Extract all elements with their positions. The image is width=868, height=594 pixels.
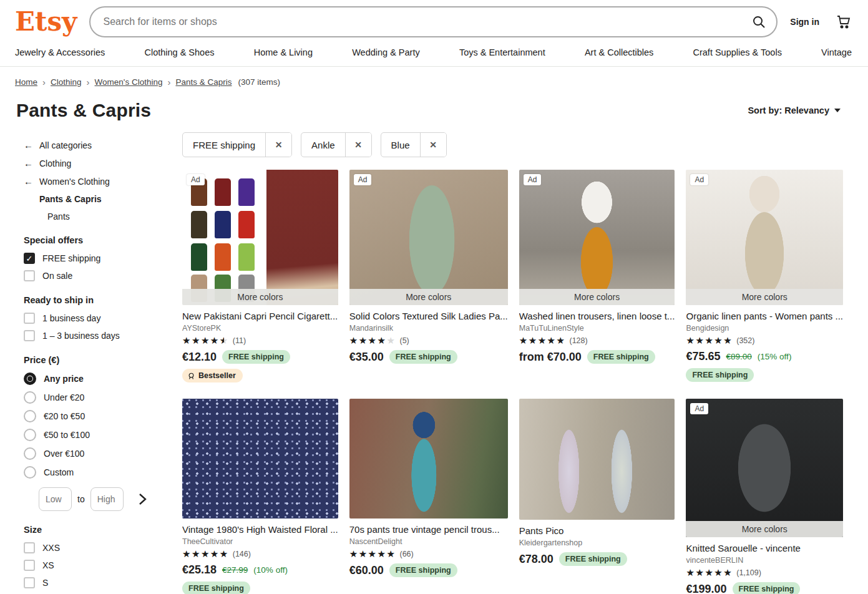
sidebar-item-womens-clothing[interactable]: ← Women's Clothing [24,176,176,187]
product-card[interactable]: Ad More colors Knitted Sarouelle - vince… [686,399,843,594]
product-shop[interactable]: Mandarinsilk [349,324,508,333]
size-xs[interactable]: XS [24,560,176,571]
product-image[interactable] [349,399,508,519]
breadcrumb-home[interactable]: Home [15,77,37,87]
remove-filter-button[interactable]: ✕ [420,133,446,157]
checkbox-icon[interactable] [24,330,35,341]
radio-icon[interactable] [24,410,36,422]
arrow-left-icon: ← [24,176,33,187]
nav-item-toys[interactable]: Toys & Entertainment [459,47,545,57]
product-image[interactable]: Ad More colors [519,170,675,305]
product-card[interactable]: Ad More colors Organic linen pants - Wom… [686,170,843,382]
filter-free-shipping[interactable]: ✓ FREE shipping [24,253,176,264]
checkbox-icon[interactable] [24,560,35,571]
search-button[interactable] [746,9,771,34]
nav-item-clothing-shoes[interactable]: Clothing & Shoes [144,47,214,57]
checkbox-icon[interactable] [24,542,35,553]
checkbox-icon[interactable] [24,577,35,588]
size-s[interactable]: S [24,577,176,588]
product-title[interactable]: Organic linen pants - Women pants ... [686,311,843,321]
product-image[interactable]: Ad More colors [686,399,843,537]
price-custom[interactable]: Custom [24,466,176,479]
checkbox-icon[interactable] [24,270,35,281]
price-20-50[interactable]: €20 to €50 [24,410,176,422]
product-image[interactable] [182,399,338,519]
review-count: (66) [399,550,413,558]
more-colors-banner[interactable]: More colors [519,289,675,305]
nav-item-art[interactable]: Art & Collectibles [585,47,653,57]
product-card[interactable]: Pants Pico Kleidergartenshop €78.00 FREE… [519,399,675,566]
filter-1-business-day[interactable]: 1 business day [24,313,176,324]
more-colors-banner[interactable]: More colors [686,521,843,537]
search-input[interactable] [103,16,746,27]
product-card[interactable]: Ad More colors Washed linen trousers, li… [519,170,675,364]
cart-button[interactable] [836,14,852,30]
etsy-logo[interactable]: Etsy [15,9,77,35]
photo-detail [266,170,338,305]
breadcrumb-womens-clothing[interactable]: Women's Clothing [95,77,163,87]
nav-item-craft-supplies[interactable]: Craft Supplies & Tools [693,47,782,57]
checkbox-icon[interactable] [24,313,35,324]
sidebar-item-all-categories[interactable]: ← All categories [24,140,176,150]
product-image[interactable]: Ad More colors [349,170,508,305]
product-image[interactable]: Ad More colors [182,170,338,305]
price-under-20[interactable]: Under €20 [24,391,176,404]
product-card[interactable]: Vintage 1980's High Waisted Floral ... T… [182,399,338,594]
remove-filter-button[interactable]: ✕ [345,133,371,157]
product-card[interactable]: Ad More colors Solid Colors Textured Sil… [349,170,508,364]
breadcrumb-pants-capris[interactable]: Pants & Capris [175,77,232,87]
product-title[interactable]: Pants Pico [519,525,675,536]
review-count: (128) [570,336,588,345]
sort-dropdown[interactable]: Sort by: Relevancy [748,105,841,115]
price-high-input[interactable] [90,487,124,511]
product-title[interactable]: Knitted Sarouelle - vincente [686,543,843,553]
nav-item-wedding-party[interactable]: Wedding & Party [352,47,420,57]
free-shipping-badge: FREE shipping [389,563,457,577]
price-50-100[interactable]: €50 to €100 [24,429,176,441]
breadcrumb-clothing[interactable]: Clothing [51,77,82,87]
more-colors-banner[interactable]: More colors [349,289,508,305]
radio-icon[interactable] [24,447,36,460]
product-shop[interactable]: Kleidergartenshop [519,538,675,547]
product-rating: ★★★★★★★★★★ (11) [182,336,338,345]
product-card[interactable]: 70s pants true vintage pencil trous... N… [349,399,508,577]
nav-item-jewelry[interactable]: Jewelry & Accessories [15,47,105,57]
product-shop[interactable]: vincenteBERLIN [686,556,843,565]
product-title[interactable]: Vintage 1980's High Waisted Floral ... [182,524,338,535]
remove-filter-button[interactable]: ✕ [265,133,291,157]
checkbox-checked-icon[interactable]: ✓ [24,253,35,264]
product-shop[interactable]: AYStorePK [182,324,338,333]
nav-item-home-living[interactable]: Home & Living [254,47,313,57]
radio-icon[interactable] [24,466,36,479]
product-title[interactable]: New Pakistani Capri Pencil Cigarett... [182,311,338,321]
radio-icon[interactable] [24,429,36,441]
product-card[interactable]: Ad More colors New Pakistani Capri Penci… [182,170,338,382]
price-any[interactable]: Any price [24,372,176,385]
product-shop[interactable]: TheeCultivator [182,537,338,546]
radio-icon[interactable] [24,391,36,404]
size-xxs[interactable]: XXS [24,542,176,553]
apply-price-button[interactable] [137,492,148,506]
radio-selected-icon[interactable] [24,372,36,385]
sidebar-item-pants[interactable]: Pants [47,212,176,222]
sign-in-link[interactable]: Sign in [790,17,819,27]
product-image[interactable]: Ad More colors [686,170,843,305]
chevron-right-icon [137,492,148,506]
filter-1-3-business-days[interactable]: 1 – 3 business days [24,330,176,341]
product-shop[interactable]: MaTuTuLinenStyle [519,324,675,333]
search-bar[interactable] [89,6,778,37]
filter-on-sale[interactable]: On sale [24,270,176,281]
nav-item-vintage[interactable]: Vintage [821,47,852,57]
sidebar-item-clothing[interactable]: ← Clothing [24,158,176,168]
product-title[interactable]: Washed linen trousers, linen loose t... [519,311,675,321]
product-shop[interactable]: Bengidesign [686,324,843,333]
price-over-100[interactable]: Over €100 [24,447,176,460]
free-shipping-badge: FREE shipping [182,582,250,594]
product-title[interactable]: 70s pants true vintage pencil trous... [349,524,508,535]
price-low-input[interactable] [39,487,72,511]
product-shop[interactable]: NascentDelight [349,537,508,546]
more-colors-banner[interactable]: More colors [182,289,338,305]
product-title[interactable]: Solid Colors Textured Silk Ladies Pa... [349,311,508,321]
more-colors-banner[interactable]: More colors [686,289,843,305]
product-image[interactable] [519,399,675,520]
